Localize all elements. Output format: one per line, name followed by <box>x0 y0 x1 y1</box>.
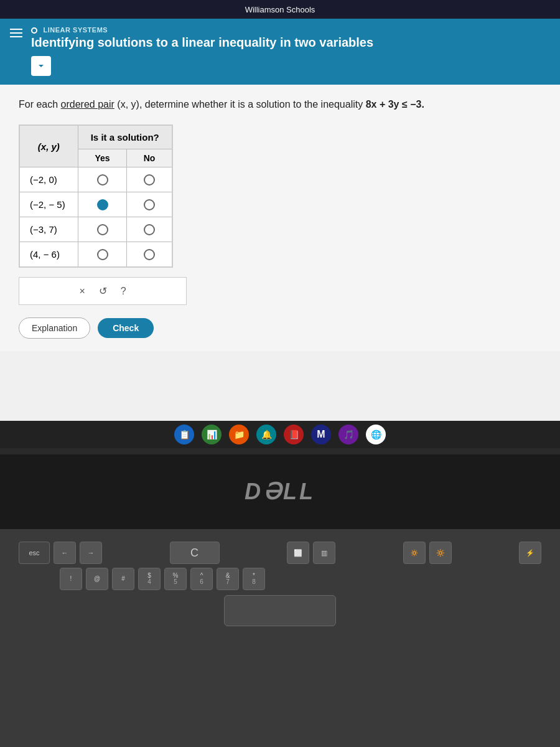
top-bar: Williamson Schools <box>0 0 560 19</box>
keyboard-area: esc ← → C ⬜ ▥ 🔅 🔆 ⚡ ! @ # $4 %5 ^6 <box>0 529 560 747</box>
key-percent[interactable]: %5 <box>164 568 187 590</box>
radio-no-1[interactable] <box>127 167 172 192</box>
key-esc[interactable]: esc <box>19 542 50 564</box>
key-exclamation[interactable]: ! <box>60 568 82 590</box>
column-header-solution: Is it a solution? <box>78 125 172 149</box>
radio-yes-2[interactable] <box>78 192 127 217</box>
header-title: Identifying solutions to a linear inequa… <box>31 35 548 50</box>
main-content: For each ordered pair (x, y), determine … <box>0 85 560 351</box>
taskbar-icon-docs[interactable]: 📕 <box>284 425 304 444</box>
header-category: LINEAR SYSTEMS <box>31 26 548 34</box>
keyboard-row-1: esc ← → C ⬜ ▥ 🔅 🔆 ⚡ <box>19 542 541 564</box>
check-button[interactable]: Check <box>98 318 154 338</box>
table-row: (−2, 0) <box>19 167 172 192</box>
taskbar-icon-sheets[interactable]: 📊 <box>202 425 222 444</box>
column-header-yes: Yes <box>78 149 127 167</box>
key-windows[interactable]: ▥ <box>313 542 335 564</box>
key-brightness-up[interactable]: 🔆 <box>429 542 452 564</box>
key-hash[interactable]: # <box>112 568 134 590</box>
radio-yes-3[interactable] <box>78 217 127 242</box>
table-row: (−2, − 5) <box>19 192 172 217</box>
keyboard-row-2: ! @ # $4 %5 ^6 &7 *8 <box>19 568 541 590</box>
key-ampersand[interactable]: &7 <box>217 568 239 590</box>
hamburger-menu[interactable] <box>10 26 22 40</box>
radio-yes-4[interactable] <box>78 242 127 268</box>
taskbar-icon-chrome[interactable]: 🌐 <box>366 425 386 444</box>
help-button[interactable]: ? <box>116 283 131 299</box>
key-c[interactable]: C <box>170 542 220 564</box>
dell-logo: DƏLL <box>245 479 315 505</box>
dell-logo-area: DƏLL <box>0 454 560 529</box>
key-square[interactable]: ⬜ <box>287 542 309 564</box>
taskbar: 📋 📊 📁 🔔 📕 M 🎵 🌐 <box>0 421 560 448</box>
explanation-button[interactable]: Explanation <box>19 317 90 339</box>
key-asterisk[interactable]: *8 <box>243 568 265 590</box>
trackpad-area <box>19 595 541 626</box>
screen: Williamson Schools LINEAR SYSTEMS Identi… <box>0 0 560 448</box>
icon-button-row: × ↺ ? <box>19 277 187 305</box>
trackpad[interactable] <box>224 595 336 626</box>
close-button[interactable]: × <box>74 283 90 299</box>
table-row: (4, − 6) <box>19 242 172 268</box>
key-at[interactable]: @ <box>86 568 108 590</box>
undo-button[interactable]: ↺ <box>94 283 112 299</box>
key-power[interactable]: ⚡ <box>519 542 541 564</box>
top-bar-title: Williamson Schools <box>245 5 315 14</box>
key-caret[interactable]: ^6 <box>190 568 213 590</box>
radio-no-4[interactable] <box>127 242 172 268</box>
bottom-buttons: Explanation Check <box>19 317 541 339</box>
taskbar-icon-slides[interactable]: 📋 <box>174 425 194 444</box>
problem-statement: For each ordered pair (x, y), determine … <box>19 97 541 112</box>
key-right-arrow[interactable]: → <box>80 542 102 564</box>
taskbar-icon-drive[interactable]: 📁 <box>229 425 249 444</box>
radio-no-3[interactable] <box>127 217 172 242</box>
key-dollar[interactable]: $4 <box>138 568 161 590</box>
taskbar-icon-meet[interactable]: 🔔 <box>256 425 276 444</box>
pair-2: (−2, − 5) <box>19 192 78 217</box>
taskbar-icon-music[interactable]: 🎵 <box>338 425 358 444</box>
column-header-pair: (x, y) <box>19 125 78 167</box>
pair-1: (−2, 0) <box>19 167 78 192</box>
pair-4: (4, − 6) <box>19 242 78 268</box>
header: LINEAR SYSTEMS Identifying solutions to … <box>0 19 560 85</box>
radio-no-2[interactable] <box>127 192 172 217</box>
table-row: (−3, 7) <box>19 217 172 242</box>
dropdown-button[interactable] <box>31 56 51 76</box>
key-left-arrow[interactable]: ← <box>54 542 76 564</box>
key-brightness-down[interactable]: 🔅 <box>403 542 426 564</box>
pair-3: (−3, 7) <box>19 217 78 242</box>
radio-yes-1[interactable] <box>78 167 127 192</box>
solution-table: (x, y) Is it a solution? Yes No (−2, 0) … <box>19 125 173 268</box>
taskbar-icon-gmail[interactable]: M <box>311 425 331 444</box>
column-header-no: No <box>127 149 172 167</box>
